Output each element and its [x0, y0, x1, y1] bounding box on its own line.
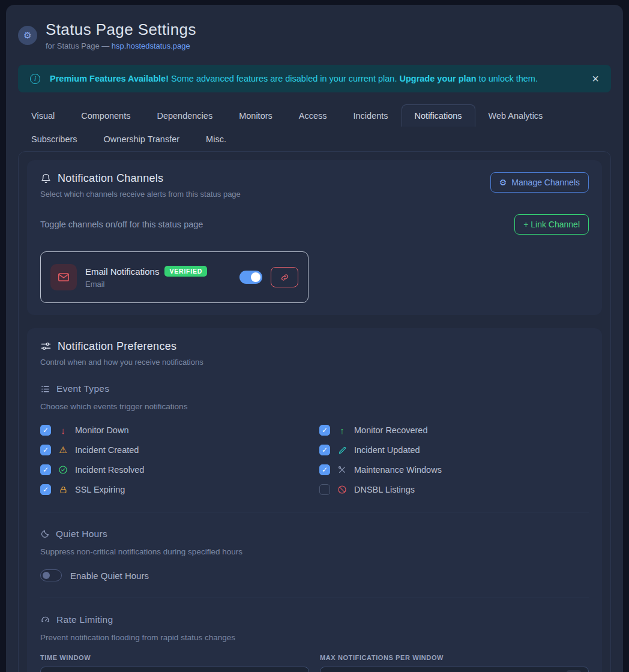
enable-quiet-hours-toggle[interactable]: [40, 569, 62, 581]
channels-title-row: Notification Channels: [40, 172, 241, 185]
checkbox[interactable]: ✓: [319, 484, 330, 495]
notification-channels-card: Notification Channels Select which chann…: [27, 160, 602, 315]
notification-preferences-card: Notification Preferences Control when an…: [27, 328, 602, 672]
time-window-label: TIME WINDOW: [40, 654, 309, 661]
subtitle-text: for Status Page —: [46, 41, 112, 50]
event-type-incident-created[interactable]: ✓ ⚠ Incident Created: [40, 444, 310, 456]
gear-icon: ⚙: [23, 30, 31, 41]
max-notifications-field: MAX NOTIFICATIONS PER WINDOW 10: [320, 654, 589, 672]
email-channel-toggle[interactable]: [239, 271, 262, 284]
tab-access[interactable]: Access: [286, 104, 340, 127]
channel-name: Email Notifications: [85, 266, 159, 277]
tab-notifications[interactable]: Notifications: [402, 104, 475, 127]
close-icon[interactable]: ×: [592, 73, 599, 85]
channel-name-row: Email Notifications VERIFIED: [85, 266, 231, 277]
channels-title: Notification Channels: [58, 172, 163, 185]
rate-limiting-description: Prevent notification flooding from rapid…: [40, 633, 589, 642]
quiet-hours-description: Suppress non-critical notifications duri…: [40, 547, 589, 556]
settings-gear-badge: ⚙: [18, 26, 37, 45]
time-window-select[interactable]: 15 minutes: [40, 667, 309, 672]
channels-toggle-row: Toggle channels on/off for this status p…: [40, 214, 589, 235]
rate-limiting-form: TIME WINDOW 15 minutes MAX NOTIFICATIONS…: [40, 654, 589, 672]
event-label: Incident Resolved: [75, 465, 144, 475]
upgrade-plan-link[interactable]: Upgrade your plan: [399, 74, 476, 83]
tab-subscribers[interactable]: Subscribers: [18, 128, 91, 150]
event-type-dnsbl-listings[interactable]: ✓ DNSBL Listings: [319, 484, 589, 496]
tab-dependencies[interactable]: Dependencies: [143, 104, 226, 127]
event-label: DNSBL Listings: [354, 485, 415, 494]
checkbox[interactable]: ✓: [319, 445, 330, 455]
quiet-hours-section: Quiet Hours Suppress non-critical notifi…: [40, 529, 589, 581]
rate-limiting-head: Rate Limiting: [40, 614, 589, 625]
check-icon: ✓: [43, 466, 49, 474]
list-icon: [40, 384, 50, 394]
checkbox[interactable]: ✓: [40, 445, 51, 455]
email-channel-tile: [50, 264, 77, 290]
event-label: Incident Updated: [354, 445, 420, 455]
checkbox[interactable]: ✓: [40, 464, 51, 475]
event-type-maintenance-windows[interactable]: ✓ Maintenance Windows: [319, 464, 589, 476]
event-types-section: Event Types Choose which events trigger …: [40, 383, 589, 496]
channel-link-button[interactable]: [271, 267, 298, 287]
check-circle-icon: [58, 465, 68, 475]
section-divider: [40, 598, 589, 598]
notifications-panel: Notification Channels Select which chann…: [18, 151, 611, 672]
channels-title-block: Notification Channels Select which chann…: [40, 172, 241, 199]
rate-limiting-heading: Rate Limiting: [56, 614, 113, 625]
pencil-icon: [337, 446, 348, 455]
quiet-hours-head: Quiet Hours: [40, 529, 589, 539]
tab-visual[interactable]: Visual: [18, 104, 68, 127]
preferences-title: Notification Preferences: [58, 340, 176, 353]
event-label: Incident Created: [75, 445, 139, 455]
link-channel-button[interactable]: + Link Channel: [514, 214, 589, 235]
preferences-title-row: Notification Preferences: [40, 340, 589, 353]
page-subtitle: for Status Page — hsp.hostedstatus.page: [46, 41, 196, 50]
section-divider: [40, 512, 589, 512]
premium-banner: i Premium Features Available! Some advan…: [18, 65, 611, 92]
event-types-head: Event Types: [40, 383, 589, 394]
check-icon: ✓: [43, 485, 49, 494]
tab-misc[interactable]: Misc.: [193, 128, 239, 150]
manage-channels-button[interactable]: ⚙ Manage Channels: [490, 172, 589, 193]
tab-ownership-transfer[interactable]: Ownership Transfer: [91, 128, 193, 150]
status-page-domain-link[interactable]: hsp.hostedstatus.page: [112, 41, 190, 50]
tab-incidents[interactable]: Incidents: [340, 104, 402, 127]
quiet-hours-heading: Quiet Hours: [56, 529, 107, 539]
checkbox[interactable]: ✓: [319, 425, 330, 436]
gauge-icon: [40, 615, 50, 625]
channel-type: Email: [85, 280, 231, 289]
rate-limiting-section: Rate Limiting Prevent notification flood…: [40, 614, 589, 672]
event-types-heading: Event Types: [56, 383, 109, 394]
max-notifications-input[interactable]: 10: [320, 667, 589, 672]
page-title-block: Status Page Settings for Status Page — h…: [46, 20, 196, 50]
event-label: Monitor Recovered: [354, 425, 428, 435]
banner-title: Premium Features Available!: [50, 74, 169, 83]
tab-monitors[interactable]: Monitors: [226, 104, 286, 127]
sliders-icon: [40, 341, 52, 352]
crossed-tools-icon: [337, 465, 348, 475]
envelope-icon: [57, 271, 70, 284]
page-title: Status Page Settings: [46, 20, 196, 39]
prohibited-icon: [337, 485, 348, 494]
quiet-hours-toggle-row: Enable Quiet Hours: [40, 569, 589, 581]
max-notifications-label: MAX NOTIFICATIONS PER WINDOW: [320, 654, 589, 661]
channels-subtitle: Select which channels receive alerts fro…: [40, 190, 241, 199]
event-type-ssl-expiring[interactable]: ✓ SSL Expiring: [40, 484, 310, 496]
event-type-monitor-recovered[interactable]: ✓ ↑ Monitor Recovered: [319, 424, 589, 436]
tab-components[interactable]: Components: [68, 104, 143, 127]
check-icon: ✓: [322, 446, 328, 454]
preferences-subtitle: Control when and how you receive notific…: [40, 358, 589, 367]
lock-icon: [58, 485, 68, 494]
check-icon: ✓: [322, 426, 328, 434]
event-type-monitor-down[interactable]: ✓ ↓ Monitor Down: [40, 424, 310, 436]
checkbox[interactable]: ✓: [319, 464, 330, 475]
checkbox[interactable]: ✓: [40, 484, 51, 495]
event-type-incident-updated[interactable]: ✓ Incident Updated: [319, 444, 589, 456]
checkbox[interactable]: ✓: [40, 425, 51, 436]
check-icon: ✓: [322, 466, 328, 474]
event-type-incident-resolved[interactable]: ✓ Incident Resolved: [40, 464, 310, 476]
toggle-knob: [251, 272, 260, 282]
tab-web-analytics[interactable]: Web Analytics: [475, 104, 556, 127]
channels-card-head: Notification Channels Select which chann…: [40, 172, 589, 199]
event-label: Monitor Down: [75, 425, 128, 435]
